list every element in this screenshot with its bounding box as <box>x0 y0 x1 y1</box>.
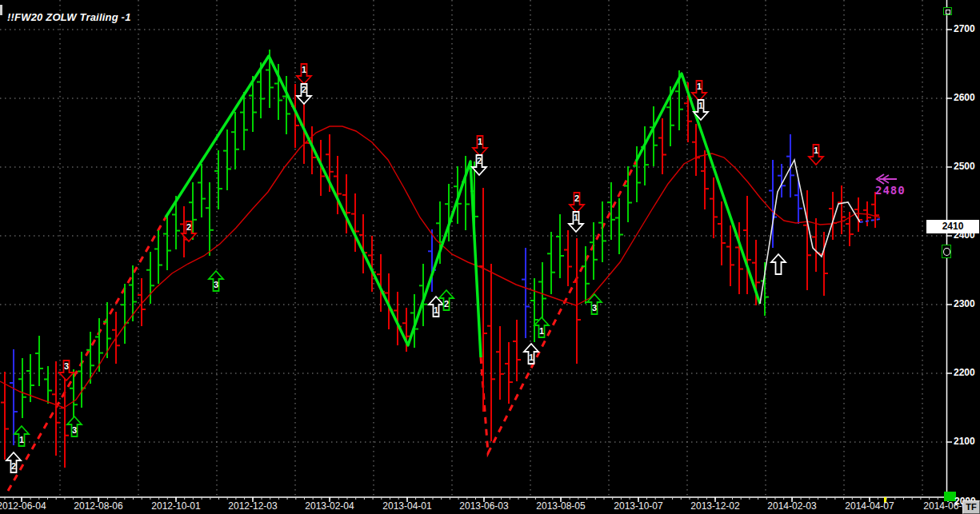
signal-arrow-label: 3 <box>72 425 77 435</box>
signal-arrow-label: 1 <box>302 65 306 74</box>
x-axis-label: 2014-02-03 <box>767 500 816 512</box>
price-target-annotation: 2480 <box>875 184 906 197</box>
signal-arrow-label: 2 <box>302 85 306 94</box>
signal-arrow-label: 2 <box>186 222 191 232</box>
signal-arrow-label: 1 <box>434 305 438 315</box>
x-axis-label: 2013-06-03 <box>459 500 508 512</box>
signal-arrow-label: 1 <box>539 326 544 336</box>
signal-arrow-label: 3 <box>64 361 69 371</box>
y-axis-label: 2200 <box>954 367 980 378</box>
signal-arrow-label: 1 <box>478 137 482 146</box>
y-axis-label: 2100 <box>954 436 980 447</box>
signal-arrow-label: 1 <box>697 82 702 91</box>
trailing-white-line <box>760 160 860 304</box>
zigzag-red-dashed-line <box>481 161 636 453</box>
scroll-edge-marker <box>0 5 2 15</box>
y-axis-label: 2500 <box>954 161 980 172</box>
signal-arrow-label: 3 <box>592 303 597 313</box>
y-axis-label: 2600 <box>954 92 980 103</box>
signal-arrow-label: 1 <box>529 353 534 362</box>
x-axis-label: 2013-02-04 <box>305 500 354 512</box>
signal-arrow-label: 1 <box>698 101 703 110</box>
signal-arrow-label: 2 <box>477 156 482 165</box>
signal-arrow-label: 1 <box>814 145 818 155</box>
timeframe-button[interactable]: TF <box>962 500 980 514</box>
signal-arrow-label: 1 <box>574 213 578 222</box>
x-axis-label: 2012-06-04 <box>0 500 46 512</box>
x-axis-label: 2012-12-03 <box>228 500 277 512</box>
chart-window: 21332312121211213111 !!FW20 ZOLW Trailin… <box>0 0 980 514</box>
signal-arrow-label: 2 <box>444 299 449 309</box>
y-axis-label: 2300 <box>954 298 980 309</box>
x-axis-label: 2013-04-01 <box>382 500 431 512</box>
chart-title: !!FW20 ZOLW Trailing -1 <box>7 11 131 23</box>
last-price-box: 2410 <box>926 220 979 233</box>
x-axis-label: 2012-10-01 <box>151 500 200 512</box>
zigzag-red-dashed-line <box>8 217 166 491</box>
signal-arrow-label: 2 <box>574 193 579 203</box>
signal-arrow-up-white-icon <box>771 254 786 274</box>
signal-arrow-label: 2 <box>11 461 16 471</box>
indicator-handle-square-icon[interactable] <box>943 7 952 15</box>
trailing-blue-dash-line <box>860 219 880 222</box>
x-axis-label: 2013-08-05 <box>536 500 585 512</box>
signal-arrow-label: 3 <box>214 280 218 289</box>
y-axis-label: 2700 <box>954 23 980 34</box>
signal-arrow-label: 1 <box>19 435 24 444</box>
x-axis-label: 2014-04-07 <box>845 500 894 512</box>
x-axis-label: 2013-10-07 <box>614 500 662 512</box>
x-axis-label: 2012-08-06 <box>74 500 122 512</box>
price-chart-plot[interactable]: 21332312121211213111 <box>0 0 980 514</box>
x-axis-label: 2013-12-02 <box>690 500 739 512</box>
indicator-handle-circle-icon[interactable] <box>942 245 951 258</box>
